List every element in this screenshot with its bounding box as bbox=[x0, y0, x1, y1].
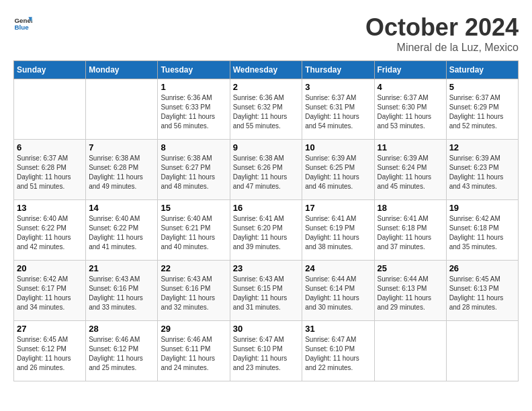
calendar-cell: 20Sunrise: 6:42 AM Sunset: 6:17 PM Dayli… bbox=[14, 261, 86, 321]
calendar-cell: 16Sunrise: 6:41 AM Sunset: 6:20 PM Dayli… bbox=[230, 200, 302, 261]
day-number: 28 bbox=[89, 324, 154, 334]
header-thursday: Thursday bbox=[302, 61, 374, 79]
calendar-week-2: 6Sunrise: 6:37 AM Sunset: 6:28 PM Daylig… bbox=[14, 140, 519, 200]
calendar-cell: 11Sunrise: 6:39 AM Sunset: 6:24 PM Dayli… bbox=[374, 140, 446, 200]
day-info: Sunrise: 6:40 AM Sunset: 6:22 PM Dayligh… bbox=[17, 214, 83, 252]
day-number: 27 bbox=[17, 324, 83, 334]
calendar-cell: 10Sunrise: 6:39 AM Sunset: 6:25 PM Dayli… bbox=[302, 140, 374, 200]
title-block: October 2024 Mineral de la Luz, Mexico bbox=[365, 13, 519, 54]
calendar-cell: 26Sunrise: 6:45 AM Sunset: 6:13 PM Dayli… bbox=[446, 261, 518, 321]
calendar-cell: 21Sunrise: 6:43 AM Sunset: 6:16 PM Dayli… bbox=[86, 261, 158, 321]
day-number: 2 bbox=[233, 82, 300, 92]
calendar-cell: 3Sunrise: 6:37 AM Sunset: 6:31 PM Daylig… bbox=[302, 79, 374, 140]
day-info: Sunrise: 6:42 AM Sunset: 6:18 PM Dayligh… bbox=[449, 214, 515, 252]
day-info: Sunrise: 6:37 AM Sunset: 6:30 PM Dayligh… bbox=[378, 93, 443, 131]
calendar-cell: 2Sunrise: 6:36 AM Sunset: 6:32 PM Daylig… bbox=[230, 79, 302, 140]
calendar-cell: 25Sunrise: 6:44 AM Sunset: 6:13 PM Dayli… bbox=[374, 261, 446, 321]
day-info: Sunrise: 6:46 AM Sunset: 6:12 PM Dayligh… bbox=[89, 335, 154, 373]
day-number: 18 bbox=[378, 203, 443, 213]
calendar-header-row: Sunday Monday Tuesday Wednesday Thursday… bbox=[14, 61, 519, 79]
header-friday: Friday bbox=[374, 61, 446, 79]
day-info: Sunrise: 6:41 AM Sunset: 6:20 PM Dayligh… bbox=[233, 214, 300, 252]
day-number: 11 bbox=[378, 142, 443, 152]
calendar-cell: 7Sunrise: 6:38 AM Sunset: 6:28 PM Daylig… bbox=[86, 140, 158, 200]
calendar-week-3: 13Sunrise: 6:40 AM Sunset: 6:22 PM Dayli… bbox=[14, 200, 519, 261]
calendar-cell: 28Sunrise: 6:46 AM Sunset: 6:12 PM Dayli… bbox=[86, 321, 158, 381]
day-info: Sunrise: 6:37 AM Sunset: 6:29 PM Dayligh… bbox=[449, 93, 515, 131]
calendar-cell: 29Sunrise: 6:46 AM Sunset: 6:11 PM Dayli… bbox=[158, 321, 230, 381]
calendar-cell: 22Sunrise: 6:43 AM Sunset: 6:16 PM Dayli… bbox=[158, 261, 230, 321]
day-number: 21 bbox=[89, 263, 154, 273]
day-number: 22 bbox=[161, 263, 226, 273]
day-info: Sunrise: 6:47 AM Sunset: 6:10 PM Dayligh… bbox=[305, 335, 371, 373]
day-info: Sunrise: 6:36 AM Sunset: 6:32 PM Dayligh… bbox=[233, 93, 300, 131]
day-info: Sunrise: 6:41 AM Sunset: 6:19 PM Dayligh… bbox=[305, 214, 371, 252]
calendar-cell bbox=[14, 79, 86, 140]
day-number: 6 bbox=[17, 142, 83, 152]
calendar-cell: 13Sunrise: 6:40 AM Sunset: 6:22 PM Dayli… bbox=[14, 200, 86, 261]
day-number: 9 bbox=[233, 142, 300, 152]
logo-icon: General Blue bbox=[13, 13, 32, 32]
month-title: October 2024 bbox=[365, 13, 519, 42]
day-number: 14 bbox=[89, 203, 154, 213]
calendar-cell: 8Sunrise: 6:38 AM Sunset: 6:27 PM Daylig… bbox=[158, 140, 230, 200]
calendar-cell: 1Sunrise: 6:36 AM Sunset: 6:33 PM Daylig… bbox=[158, 79, 230, 140]
day-number: 5 bbox=[449, 82, 515, 92]
calendar-table: Sunday Monday Tuesday Wednesday Thursday… bbox=[13, 60, 519, 381]
day-number: 24 bbox=[305, 263, 371, 273]
calendar-cell bbox=[86, 79, 158, 140]
day-number: 13 bbox=[17, 203, 83, 213]
calendar-cell: 12Sunrise: 6:39 AM Sunset: 6:23 PM Dayli… bbox=[446, 140, 518, 200]
day-number: 23 bbox=[233, 263, 300, 273]
header-saturday: Saturday bbox=[446, 61, 518, 79]
calendar-cell: 23Sunrise: 6:43 AM Sunset: 6:15 PM Dayli… bbox=[230, 261, 302, 321]
day-number: 30 bbox=[233, 324, 300, 334]
day-number: 20 bbox=[17, 263, 83, 273]
header-monday: Monday bbox=[86, 61, 158, 79]
calendar-cell: 18Sunrise: 6:41 AM Sunset: 6:18 PM Dayli… bbox=[374, 200, 446, 261]
calendar-cell: 5Sunrise: 6:37 AM Sunset: 6:29 PM Daylig… bbox=[446, 79, 518, 140]
day-info: Sunrise: 6:38 AM Sunset: 6:28 PM Dayligh… bbox=[89, 154, 154, 191]
day-number: 29 bbox=[161, 324, 226, 334]
day-info: Sunrise: 6:39 AM Sunset: 6:24 PM Dayligh… bbox=[378, 154, 443, 191]
day-info: Sunrise: 6:37 AM Sunset: 6:28 PM Dayligh… bbox=[17, 154, 83, 191]
calendar-cell: 27Sunrise: 6:45 AM Sunset: 6:12 PM Dayli… bbox=[14, 321, 86, 381]
day-number: 8 bbox=[161, 142, 226, 152]
day-info: Sunrise: 6:45 AM Sunset: 6:12 PM Dayligh… bbox=[17, 335, 83, 373]
day-info: Sunrise: 6:44 AM Sunset: 6:14 PM Dayligh… bbox=[305, 275, 371, 312]
day-number: 26 bbox=[449, 263, 515, 273]
calendar-cell bbox=[374, 321, 446, 381]
day-info: Sunrise: 6:46 AM Sunset: 6:11 PM Dayligh… bbox=[161, 335, 226, 373]
calendar-cell: 24Sunrise: 6:44 AM Sunset: 6:14 PM Dayli… bbox=[302, 261, 374, 321]
day-info: Sunrise: 6:43 AM Sunset: 6:16 PM Dayligh… bbox=[161, 275, 226, 312]
day-number: 7 bbox=[89, 142, 154, 152]
day-number: 1 bbox=[161, 82, 226, 92]
page-header: General Blue October 2024 Mineral de la … bbox=[13, 13, 519, 54]
day-info: Sunrise: 6:37 AM Sunset: 6:31 PM Dayligh… bbox=[305, 93, 371, 131]
logo: General Blue bbox=[13, 13, 32, 32]
day-info: Sunrise: 6:39 AM Sunset: 6:23 PM Dayligh… bbox=[449, 154, 515, 191]
svg-text:Blue: Blue bbox=[14, 24, 29, 31]
day-number: 31 bbox=[305, 324, 371, 334]
day-info: Sunrise: 6:38 AM Sunset: 6:26 PM Dayligh… bbox=[233, 154, 300, 191]
day-info: Sunrise: 6:41 AM Sunset: 6:18 PM Dayligh… bbox=[378, 214, 443, 252]
calendar-cell: 9Sunrise: 6:38 AM Sunset: 6:26 PM Daylig… bbox=[230, 140, 302, 200]
calendar-cell: 4Sunrise: 6:37 AM Sunset: 6:30 PM Daylig… bbox=[374, 79, 446, 140]
day-info: Sunrise: 6:39 AM Sunset: 6:25 PM Dayligh… bbox=[305, 154, 371, 191]
calendar-cell: 31Sunrise: 6:47 AM Sunset: 6:10 PM Dayli… bbox=[302, 321, 374, 381]
day-info: Sunrise: 6:45 AM Sunset: 6:13 PM Dayligh… bbox=[449, 275, 515, 312]
day-number: 4 bbox=[378, 82, 443, 92]
calendar-cell: 15Sunrise: 6:40 AM Sunset: 6:21 PM Dayli… bbox=[158, 200, 230, 261]
day-info: Sunrise: 6:43 AM Sunset: 6:16 PM Dayligh… bbox=[89, 275, 154, 312]
calendar-week-1: 1Sunrise: 6:36 AM Sunset: 6:33 PM Daylig… bbox=[14, 79, 519, 140]
day-info: Sunrise: 6:47 AM Sunset: 6:10 PM Dayligh… bbox=[233, 335, 300, 373]
day-number: 15 bbox=[161, 203, 226, 213]
calendar-week-5: 27Sunrise: 6:45 AM Sunset: 6:12 PM Dayli… bbox=[14, 321, 519, 381]
header-wednesday: Wednesday bbox=[230, 61, 302, 79]
location-title: Mineral de la Luz, Mexico bbox=[365, 42, 519, 54]
calendar-cell: 17Sunrise: 6:41 AM Sunset: 6:19 PM Dayli… bbox=[302, 200, 374, 261]
day-number: 17 bbox=[305, 203, 371, 213]
day-number: 3 bbox=[305, 82, 371, 92]
day-number: 25 bbox=[378, 263, 443, 273]
header-sunday: Sunday bbox=[14, 61, 86, 79]
